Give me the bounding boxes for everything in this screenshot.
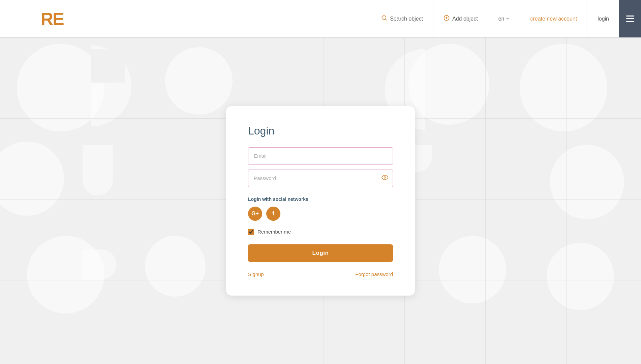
logo[interactable]: RE <box>13 0 91 37</box>
navbar-right: Search object Add object en create new a… <box>371 0 641 37</box>
language-label: en <box>498 16 505 22</box>
email-field[interactable] <box>248 147 393 165</box>
google-plus-icon: G+ <box>251 211 259 217</box>
login-nav-item[interactable]: login <box>587 0 619 37</box>
forgot-password-link[interactable]: Forgot password <box>355 271 393 277</box>
remember-me-label[interactable]: Remember me <box>257 229 291 235</box>
google-plus-button[interactable]: G+ <box>248 207 262 221</box>
chevron-down-icon <box>506 16 510 22</box>
login-card: Login Login with social networks G+ f Re… <box>226 106 415 296</box>
language-nav-item[interactable]: en <box>488 0 520 37</box>
password-wrapper <box>248 170 393 187</box>
search-icon <box>381 15 387 23</box>
svg-line-1 <box>386 19 387 20</box>
login-title: Login <box>248 125 393 137</box>
login-button[interactable]: Login <box>248 244 393 262</box>
login-label: login <box>598 16 609 22</box>
search-label: Search object <box>390 16 423 22</box>
add-object-label: Add object <box>452 16 478 22</box>
signup-link[interactable]: Signup <box>248 271 264 277</box>
svg-point-5 <box>384 177 386 178</box>
menu-button[interactable] <box>619 0 641 37</box>
facebook-button[interactable]: f <box>266 207 280 221</box>
hamburger-icon <box>626 16 634 22</box>
social-icons: G+ f <box>248 207 393 221</box>
navbar: RE Search object Add object en <box>0 0 641 37</box>
search-nav-item[interactable]: Search object <box>371 0 433 37</box>
add-icon <box>444 15 450 23</box>
create-account-label: create new account <box>530 16 577 22</box>
form-links: Signup Forgot password <box>248 271 393 277</box>
toggle-password-icon[interactable] <box>381 174 388 182</box>
create-account-nav-item[interactable]: create new account <box>520 0 587 37</box>
main-content: Login Login with social networks G+ f Re… <box>0 37 641 364</box>
remember-me-row: Remember me <box>248 229 393 235</box>
social-login-label: Login with social networks <box>248 196 393 202</box>
logo-text: RE <box>40 10 63 28</box>
facebook-icon: f <box>272 211 274 217</box>
password-field[interactable] <box>248 170 393 187</box>
remember-me-checkbox[interactable] <box>248 229 254 235</box>
add-object-nav-item[interactable]: Add object <box>433 0 488 37</box>
